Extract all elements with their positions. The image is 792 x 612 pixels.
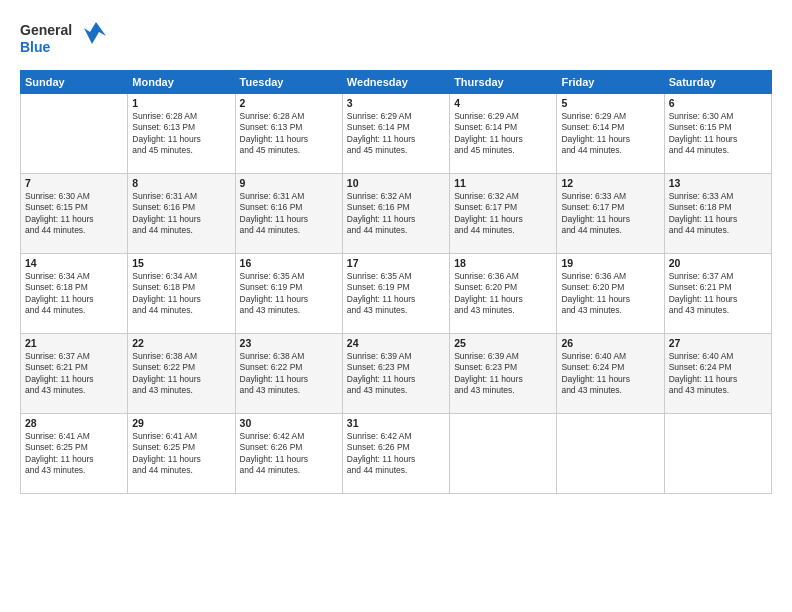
day-number: 26 bbox=[561, 337, 659, 349]
page: General Blue SundayMondayTuesdayWednesda… bbox=[0, 0, 792, 612]
day-number: 1 bbox=[132, 97, 230, 109]
day-number: 10 bbox=[347, 177, 445, 189]
calendar-cell: 3Sunrise: 6:29 AM Sunset: 6:14 PM Daylig… bbox=[342, 94, 449, 174]
day-info: Sunrise: 6:29 AM Sunset: 6:14 PM Dayligh… bbox=[561, 111, 659, 157]
day-number: 16 bbox=[240, 257, 338, 269]
calendar-cell bbox=[21, 94, 128, 174]
day-number: 2 bbox=[240, 97, 338, 109]
day-number: 18 bbox=[454, 257, 552, 269]
day-info: Sunrise: 6:42 AM Sunset: 6:26 PM Dayligh… bbox=[240, 431, 338, 477]
day-info: Sunrise: 6:39 AM Sunset: 6:23 PM Dayligh… bbox=[347, 351, 445, 397]
day-number: 4 bbox=[454, 97, 552, 109]
calendar-cell bbox=[557, 414, 664, 494]
day-number: 28 bbox=[25, 417, 123, 429]
day-number: 30 bbox=[240, 417, 338, 429]
calendar-cell: 14Sunrise: 6:34 AM Sunset: 6:18 PM Dayli… bbox=[21, 254, 128, 334]
calendar-cell: 12Sunrise: 6:33 AM Sunset: 6:17 PM Dayli… bbox=[557, 174, 664, 254]
logo: General Blue bbox=[20, 18, 110, 60]
day-number: 7 bbox=[25, 177, 123, 189]
calendar-cell: 8Sunrise: 6:31 AM Sunset: 6:16 PM Daylig… bbox=[128, 174, 235, 254]
calendar-cell: 30Sunrise: 6:42 AM Sunset: 6:26 PM Dayli… bbox=[235, 414, 342, 494]
svg-text:Blue: Blue bbox=[20, 39, 51, 55]
day-info: Sunrise: 6:34 AM Sunset: 6:18 PM Dayligh… bbox=[25, 271, 123, 317]
day-info: Sunrise: 6:33 AM Sunset: 6:17 PM Dayligh… bbox=[561, 191, 659, 237]
calendar-cell: 13Sunrise: 6:33 AM Sunset: 6:18 PM Dayli… bbox=[664, 174, 771, 254]
day-info: Sunrise: 6:32 AM Sunset: 6:16 PM Dayligh… bbox=[347, 191, 445, 237]
calendar-cell: 24Sunrise: 6:39 AM Sunset: 6:23 PM Dayli… bbox=[342, 334, 449, 414]
calendar-cell: 23Sunrise: 6:38 AM Sunset: 6:22 PM Dayli… bbox=[235, 334, 342, 414]
day-info: Sunrise: 6:32 AM Sunset: 6:17 PM Dayligh… bbox=[454, 191, 552, 237]
day-number: 5 bbox=[561, 97, 659, 109]
day-info: Sunrise: 6:30 AM Sunset: 6:15 PM Dayligh… bbox=[669, 111, 767, 157]
calendar-cell: 29Sunrise: 6:41 AM Sunset: 6:25 PM Dayli… bbox=[128, 414, 235, 494]
day-info: Sunrise: 6:35 AM Sunset: 6:19 PM Dayligh… bbox=[347, 271, 445, 317]
day-info: Sunrise: 6:28 AM Sunset: 6:13 PM Dayligh… bbox=[132, 111, 230, 157]
calendar-cell: 26Sunrise: 6:40 AM Sunset: 6:24 PM Dayli… bbox=[557, 334, 664, 414]
day-number: 3 bbox=[347, 97, 445, 109]
day-info: Sunrise: 6:35 AM Sunset: 6:19 PM Dayligh… bbox=[240, 271, 338, 317]
calendar-cell: 7Sunrise: 6:30 AM Sunset: 6:15 PM Daylig… bbox=[21, 174, 128, 254]
day-header-friday: Friday bbox=[557, 71, 664, 94]
day-info: Sunrise: 6:40 AM Sunset: 6:24 PM Dayligh… bbox=[669, 351, 767, 397]
calendar-cell: 22Sunrise: 6:38 AM Sunset: 6:22 PM Dayli… bbox=[128, 334, 235, 414]
calendar: SundayMondayTuesdayWednesdayThursdayFrid… bbox=[20, 70, 772, 494]
day-number: 11 bbox=[454, 177, 552, 189]
header: General Blue bbox=[20, 18, 772, 60]
day-info: Sunrise: 6:37 AM Sunset: 6:21 PM Dayligh… bbox=[669, 271, 767, 317]
logo-svg: General Blue bbox=[20, 18, 110, 60]
day-info: Sunrise: 6:38 AM Sunset: 6:22 PM Dayligh… bbox=[240, 351, 338, 397]
calendar-cell: 10Sunrise: 6:32 AM Sunset: 6:16 PM Dayli… bbox=[342, 174, 449, 254]
svg-marker-2 bbox=[84, 22, 106, 44]
day-info: Sunrise: 6:30 AM Sunset: 6:15 PM Dayligh… bbox=[25, 191, 123, 237]
day-number: 25 bbox=[454, 337, 552, 349]
day-info: Sunrise: 6:39 AM Sunset: 6:23 PM Dayligh… bbox=[454, 351, 552, 397]
calendar-cell: 31Sunrise: 6:42 AM Sunset: 6:26 PM Dayli… bbox=[342, 414, 449, 494]
calendar-cell: 27Sunrise: 6:40 AM Sunset: 6:24 PM Dayli… bbox=[664, 334, 771, 414]
day-info: Sunrise: 6:33 AM Sunset: 6:18 PM Dayligh… bbox=[669, 191, 767, 237]
day-header-tuesday: Tuesday bbox=[235, 71, 342, 94]
calendar-cell: 17Sunrise: 6:35 AM Sunset: 6:19 PM Dayli… bbox=[342, 254, 449, 334]
day-info: Sunrise: 6:41 AM Sunset: 6:25 PM Dayligh… bbox=[132, 431, 230, 477]
day-info: Sunrise: 6:36 AM Sunset: 6:20 PM Dayligh… bbox=[454, 271, 552, 317]
calendar-cell: 5Sunrise: 6:29 AM Sunset: 6:14 PM Daylig… bbox=[557, 94, 664, 174]
day-number: 8 bbox=[132, 177, 230, 189]
day-info: Sunrise: 6:37 AM Sunset: 6:21 PM Dayligh… bbox=[25, 351, 123, 397]
day-number: 29 bbox=[132, 417, 230, 429]
day-number: 21 bbox=[25, 337, 123, 349]
day-number: 23 bbox=[240, 337, 338, 349]
day-number: 17 bbox=[347, 257, 445, 269]
calendar-cell: 1Sunrise: 6:28 AM Sunset: 6:13 PM Daylig… bbox=[128, 94, 235, 174]
day-header-sunday: Sunday bbox=[21, 71, 128, 94]
svg-text:General: General bbox=[20, 22, 72, 38]
calendar-cell: 9Sunrise: 6:31 AM Sunset: 6:16 PM Daylig… bbox=[235, 174, 342, 254]
day-info: Sunrise: 6:31 AM Sunset: 6:16 PM Dayligh… bbox=[240, 191, 338, 237]
day-number: 31 bbox=[347, 417, 445, 429]
calendar-cell: 2Sunrise: 6:28 AM Sunset: 6:13 PM Daylig… bbox=[235, 94, 342, 174]
day-number: 19 bbox=[561, 257, 659, 269]
day-info: Sunrise: 6:41 AM Sunset: 6:25 PM Dayligh… bbox=[25, 431, 123, 477]
calendar-cell: 25Sunrise: 6:39 AM Sunset: 6:23 PM Dayli… bbox=[450, 334, 557, 414]
day-info: Sunrise: 6:36 AM Sunset: 6:20 PM Dayligh… bbox=[561, 271, 659, 317]
calendar-cell: 15Sunrise: 6:34 AM Sunset: 6:18 PM Dayli… bbox=[128, 254, 235, 334]
day-number: 14 bbox=[25, 257, 123, 269]
day-info: Sunrise: 6:29 AM Sunset: 6:14 PM Dayligh… bbox=[454, 111, 552, 157]
calendar-cell: 11Sunrise: 6:32 AM Sunset: 6:17 PM Dayli… bbox=[450, 174, 557, 254]
day-number: 22 bbox=[132, 337, 230, 349]
day-info: Sunrise: 6:34 AM Sunset: 6:18 PM Dayligh… bbox=[132, 271, 230, 317]
calendar-cell: 19Sunrise: 6:36 AM Sunset: 6:20 PM Dayli… bbox=[557, 254, 664, 334]
day-info: Sunrise: 6:38 AM Sunset: 6:22 PM Dayligh… bbox=[132, 351, 230, 397]
day-info: Sunrise: 6:28 AM Sunset: 6:13 PM Dayligh… bbox=[240, 111, 338, 157]
day-number: 13 bbox=[669, 177, 767, 189]
calendar-cell: 20Sunrise: 6:37 AM Sunset: 6:21 PM Dayli… bbox=[664, 254, 771, 334]
day-info: Sunrise: 6:40 AM Sunset: 6:24 PM Dayligh… bbox=[561, 351, 659, 397]
day-header-monday: Monday bbox=[128, 71, 235, 94]
day-header-thursday: Thursday bbox=[450, 71, 557, 94]
day-number: 27 bbox=[669, 337, 767, 349]
day-info: Sunrise: 6:29 AM Sunset: 6:14 PM Dayligh… bbox=[347, 111, 445, 157]
day-number: 20 bbox=[669, 257, 767, 269]
calendar-cell bbox=[664, 414, 771, 494]
calendar-cell bbox=[450, 414, 557, 494]
day-number: 12 bbox=[561, 177, 659, 189]
day-number: 9 bbox=[240, 177, 338, 189]
calendar-cell: 21Sunrise: 6:37 AM Sunset: 6:21 PM Dayli… bbox=[21, 334, 128, 414]
